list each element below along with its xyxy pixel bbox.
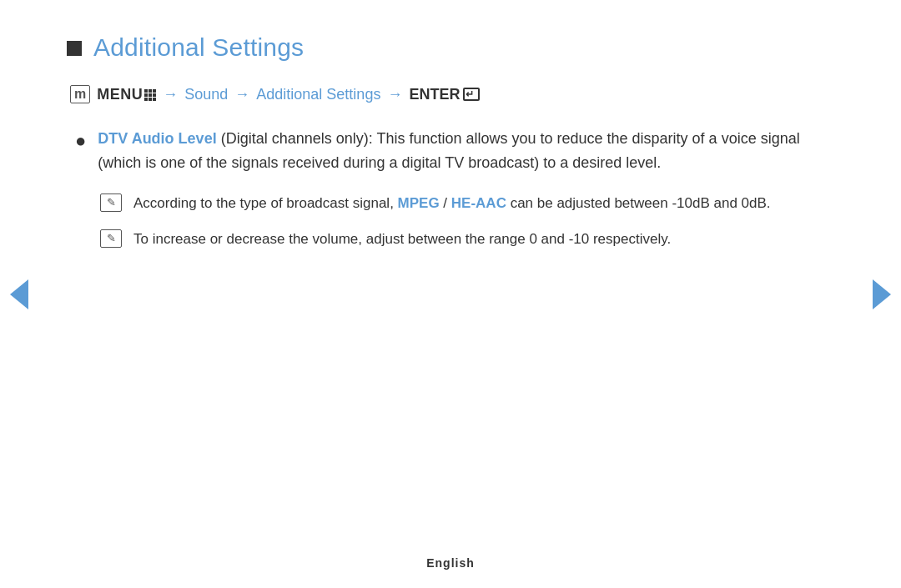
breadcrumb-arrow-3: → xyxy=(387,86,402,103)
breadcrumb: m MENU → Sound → Additional Settings → E… xyxy=(70,85,834,103)
bullet-dot: ● xyxy=(75,127,86,154)
note-item-2: To increase or decrease the volume, adju… xyxy=(100,228,834,250)
breadcrumb-arrow-1: → xyxy=(163,86,178,103)
he-aac-term: HE-AAC xyxy=(451,195,506,211)
breadcrumb-arrow-2: → xyxy=(234,86,249,103)
note-1-text-before: According to the type of broadcast signa… xyxy=(133,195,398,211)
breadcrumb-menu-label: MENU xyxy=(97,86,156,103)
enter-icon xyxy=(463,88,480,101)
title-square-icon xyxy=(67,41,82,56)
footer-language: English xyxy=(426,556,475,570)
page-container: Additional Settings m MENU → Sound → Add… xyxy=(0,0,901,588)
content-area: ● DTV Audio Level (Digital channels only… xyxy=(75,127,834,250)
menu-grid-icon xyxy=(144,89,156,101)
note-icon-1 xyxy=(100,193,122,212)
bullet-item-dtv: ● DTV Audio Level (Digital channels only… xyxy=(75,127,834,175)
note-items: According to the type of broadcast signa… xyxy=(100,192,834,250)
note-icon-2 xyxy=(100,229,122,248)
mpeg-term: MPEG xyxy=(398,195,440,211)
note-1-separator: / xyxy=(440,195,451,211)
page-title-row: Additional Settings xyxy=(67,33,834,62)
menu-remote-icon: m xyxy=(70,85,90,103)
bullet-text-dtv: DTV Audio Level (Digital channels only):… xyxy=(98,127,834,175)
note-text-1: According to the type of broadcast signa… xyxy=(133,192,771,214)
note-item-1: According to the type of broadcast signa… xyxy=(100,192,834,214)
nav-right-button[interactable] xyxy=(873,279,891,309)
breadcrumb-sound: Sound xyxy=(184,86,228,103)
note-text-2: To increase or decrease the volume, adju… xyxy=(133,228,671,250)
breadcrumb-enter: ENTER xyxy=(409,86,480,103)
page-title: Additional Settings xyxy=(93,33,304,62)
note-1-text-after: can be adjusted between -10dB and 0dB. xyxy=(506,195,771,211)
dtv-audio-level-term: DTV Audio Level xyxy=(98,130,216,147)
breadcrumb-additional-settings: Additional Settings xyxy=(256,86,380,103)
nav-left-button[interactable] xyxy=(10,279,28,309)
